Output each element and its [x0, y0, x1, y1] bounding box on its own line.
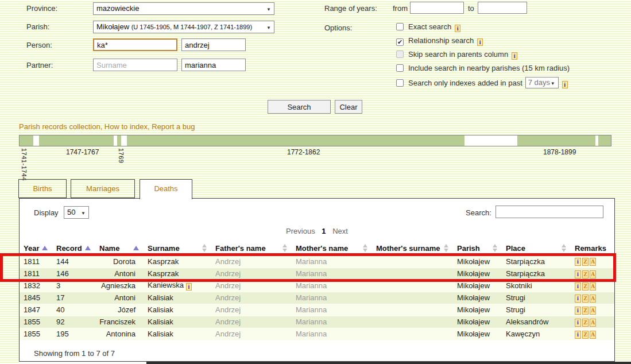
remark-info-icon[interactable]: i: [575, 270, 581, 278]
cell-name: Antoni: [95, 268, 144, 280]
pagination-next[interactable]: Next: [332, 227, 348, 235]
checkbox-include-search-in-nearby-parishes-15-km-radius[interactable]: [396, 64, 404, 72]
cell-parish: Mikołajew: [453, 268, 502, 280]
column-header-label: Year: [24, 244, 39, 253]
clear-button[interactable]: Clear: [335, 100, 362, 114]
pagination-page-1[interactable]: 1: [322, 227, 326, 235]
remark-act-icon[interactable]: A: [590, 295, 596, 303]
remark-act-icon[interactable]: A: [590, 331, 596, 339]
cell-parish: Mikołajew: [453, 316, 502, 328]
tab-marriages[interactable]: Marriages: [71, 179, 135, 198]
checkbox-search-only-indexes-added-in-past[interactable]: [396, 79, 404, 87]
display-count-select[interactable]: 50 ▼: [64, 206, 89, 219]
column-header-father-s-name[interactable]: Father's name: [211, 241, 292, 255]
province-select[interactable]: mazowieckie ▼: [93, 2, 274, 15]
timeline-segment: [517, 135, 595, 146]
person-label: Person:: [26, 41, 52, 49]
parish-select[interactable]: Mikołajew (U 1745-1905, M 1744-1907, Z 1…: [93, 21, 274, 33]
remark-scan-icon[interactable]: Z: [582, 331, 589, 339]
cell-mother-surname: [372, 328, 453, 340]
timeline-label-1769: 1769: [118, 148, 125, 163]
table-row: 184517AntoniKalisiakAndrzejMariannaMikoł…: [20, 292, 614, 304]
timeline-segment: [39, 135, 114, 146]
cell-remarks: iZA: [571, 304, 614, 316]
remark-act-icon[interactable]: A: [590, 319, 596, 327]
tab-deaths[interactable]: Deaths: [140, 179, 192, 199]
checkbox-exact-search[interactable]: [396, 23, 404, 30]
tab-births[interactable]: Births: [18, 179, 67, 198]
chevron-down-icon: ▼: [81, 211, 86, 216]
remark-scan-icon[interactable]: Z: [582, 319, 589, 327]
info-icon[interactable]: i: [455, 25, 460, 32]
link-report-a-bug[interactable]: Report a bug: [152, 122, 195, 131]
parish-select-value: Mikołajew: [96, 22, 129, 31]
results-table: YearRecordNameSurnameFather's nameMother…: [20, 241, 614, 340]
option-row-skip-search-in-parents-column: Skip search in parents columni: [396, 50, 517, 61]
cell-place: Starpiączka: [502, 255, 571, 268]
remark-info-icon[interactable]: i: [575, 319, 581, 327]
cell-year: 1845: [20, 292, 52, 304]
cell-father: Andrzej: [211, 316, 292, 328]
sort-icon: [363, 244, 367, 252]
column-header-label: Name: [99, 244, 119, 253]
option-row-exact-search: Exact searchi: [396, 22, 460, 34]
timeline-segment: [20, 135, 33, 146]
links-row: Parish records collection, How to index,…: [19, 122, 195, 131]
display-count-value: 50: [67, 208, 75, 216]
range-from-input[interactable]: [410, 2, 464, 14]
table-row: 184740JózefKalisiakAndrzejMariannaMikoła…: [20, 304, 614, 316]
remark-info-icon[interactable]: i: [575, 307, 581, 315]
search-button[interactable]: Search: [268, 100, 331, 114]
parish-label: Parish:: [26, 22, 49, 31]
remark-scan-icon[interactable]: Z: [582, 295, 589, 303]
remark-scan-icon[interactable]: Z: [582, 270, 589, 278]
remark-info-icon[interactable]: i: [575, 282, 581, 291]
coverage-timeline-bar: [19, 135, 611, 146]
link-how-to-index[interactable]: How to index: [104, 122, 148, 131]
column-header-mother-s-name[interactable]: Mother's name: [292, 241, 372, 255]
column-header-mother-s-surname[interactable]: Mother's surname: [372, 241, 453, 255]
remark-act-icon[interactable]: A: [590, 270, 596, 278]
cell-mother-surname: [372, 268, 453, 280]
column-header-name[interactable]: Name: [95, 241, 144, 255]
column-header-record[interactable]: Record: [52, 241, 95, 255]
remark-info-icon[interactable]: i: [575, 258, 581, 266]
partner-surname-input[interactable]: [93, 59, 177, 71]
column-header-place[interactable]: Place: [502, 241, 571, 255]
checkbox-relationship-search[interactable]: ✔: [396, 38, 404, 46]
added-in-past-select[interactable]: 7 days▼: [525, 77, 559, 88]
cell-place: Starpiączka: [502, 268, 571, 280]
remark-scan-icon[interactable]: Z: [582, 258, 589, 266]
column-header-remarks[interactable]: Remarks: [571, 241, 614, 255]
partner-name-input[interactable]: [181, 59, 246, 71]
checkbox-skip-search-in-parents-column[interactable]: [396, 51, 404, 58]
range-to-input[interactable]: [478, 2, 527, 14]
remark-scan-icon[interactable]: Z: [582, 307, 589, 315]
link-parish-records-collection[interactable]: Parish records collection: [19, 122, 100, 131]
column-header-surname[interactable]: Surname: [144, 241, 211, 255]
info-icon[interactable]: i: [512, 52, 517, 60]
info-icon[interactable]: i: [562, 81, 568, 88]
timeline-segment: [598, 135, 611, 146]
column-header-year[interactable]: Year: [20, 241, 52, 255]
remark-act-icon[interactable]: A: [590, 258, 596, 266]
remark-act-icon[interactable]: A: [590, 307, 596, 315]
cell-mother-surname: [372, 304, 453, 316]
cell-place: Kawęczyn: [502, 328, 571, 340]
remark-act-icon[interactable]: A: [590, 282, 596, 291]
remark-scan-icon[interactable]: Z: [582, 282, 589, 291]
sort-asc-icon: [85, 246, 91, 250]
person-name-input[interactable]: [181, 38, 246, 51]
sort-icon: [202, 244, 207, 252]
person-surname-input[interactable]: [93, 38, 177, 51]
column-header-label: Remarks: [575, 244, 606, 253]
column-header-parish[interactable]: Parish: [453, 241, 502, 255]
sort-icon: [493, 244, 497, 252]
info-icon[interactable]: i: [186, 283, 192, 291]
info-icon[interactable]: i: [477, 38, 483, 46]
remark-info-icon[interactable]: i: [575, 295, 581, 303]
remark-info-icon[interactable]: i: [575, 331, 581, 339]
table-search-input[interactable]: [495, 206, 603, 218]
pagination-previous[interactable]: Previous: [286, 227, 315, 235]
column-header-label: Record: [56, 244, 82, 253]
